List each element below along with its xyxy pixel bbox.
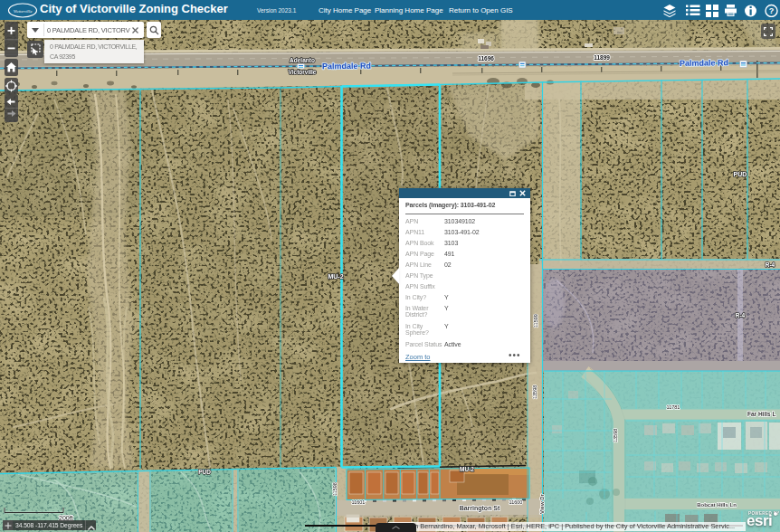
svg-text:PUD: PUD	[198, 469, 211, 475]
svg-text:Far Hills L: Far Hills L	[747, 411, 775, 417]
svg-text:11696: 11696	[478, 55, 494, 62]
svg-text:Palmdale Rd: Palmdale Rd	[322, 62, 371, 71]
svg-text:Palmdale Rd: Palmdale Rd	[680, 58, 728, 68]
svg-text:11781: 11781	[667, 404, 680, 410]
svg-text:11899: 11899	[594, 54, 610, 61]
svg-text:?: ?	[769, 6, 775, 15]
svg-text:11601: 11601	[352, 499, 366, 505]
svg-text:11598: 11598	[332, 482, 338, 496]
svg-text:Bobcat Hills Ln: Bobcat Hills Ln	[697, 502, 737, 508]
svg-text:11599: 11599	[533, 314, 538, 328]
svg-text:View Dr: View Dr	[539, 493, 545, 514]
svg-text:R-4: R-4	[736, 312, 746, 318]
svg-text:MU-2: MU-2	[460, 466, 474, 472]
svg-text:R-4: R-4	[766, 261, 775, 268]
svg-text:Victorville: Victorville	[14, 9, 33, 14]
svg-text:Adelanto: Adelanto	[290, 57, 315, 63]
svg-text:MU-2: MU-2	[328, 273, 343, 280]
svg-text:13598: 13598	[532, 385, 537, 399]
svg-text:Victorville: Victorville	[289, 69, 317, 75]
svg-text:PUD: PUD	[734, 171, 747, 177]
svg-text:11600: 11600	[509, 499, 523, 505]
svg-text:Barrington St: Barrington St	[460, 505, 500, 512]
svg-text:13598: 13598	[613, 429, 618, 442]
